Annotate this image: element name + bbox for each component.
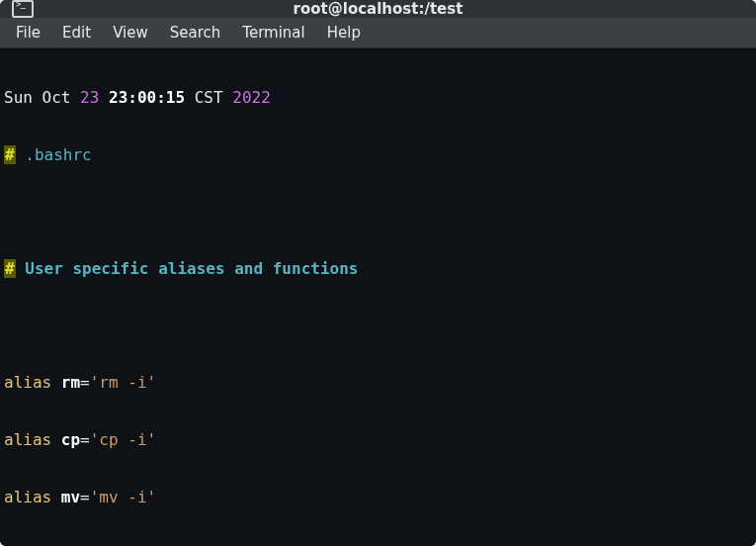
menubar: File Edit View Search Terminal Help <box>0 18 756 48</box>
menu-edit[interactable]: Edit <box>52 18 101 47</box>
line-alias-rm: alias rm='rm -i' <box>4 373 752 392</box>
line-date1: Sun Oct 23 23:00:15 CST 2022 <box>4 88 752 107</box>
window-title: root@localhost:/test <box>0 0 756 18</box>
menu-terminal[interactable]: Terminal <box>232 18 314 47</box>
line-blank-1 <box>4 203 752 222</box>
line-user-comment: # User specific aliases and functions <box>4 259 752 278</box>
titlebar[interactable]: root@localhost:/test <box>0 0 756 18</box>
menu-help[interactable]: Help <box>317 18 371 47</box>
terminal-viewport[interactable]: Sun Oct 23 23:00:15 CST 2022 # .bashrc #… <box>0 48 756 546</box>
terminal-window: root@localhost:/test File Edit View Sear… <box>0 0 756 546</box>
menu-search[interactable]: Search <box>160 18 231 47</box>
line-alias-mv: alias mv='mv -i' <box>4 488 752 506</box>
line-alias-cp: alias cp='cp -i' <box>4 430 752 449</box>
menu-view[interactable]: View <box>103 18 158 47</box>
line-bashrc-comment: # .bashrc <box>4 145 752 164</box>
menu-file[interactable]: File <box>6 18 50 47</box>
terminal-app-icon <box>12 0 34 18</box>
line-blank-2 <box>4 317 752 335</box>
